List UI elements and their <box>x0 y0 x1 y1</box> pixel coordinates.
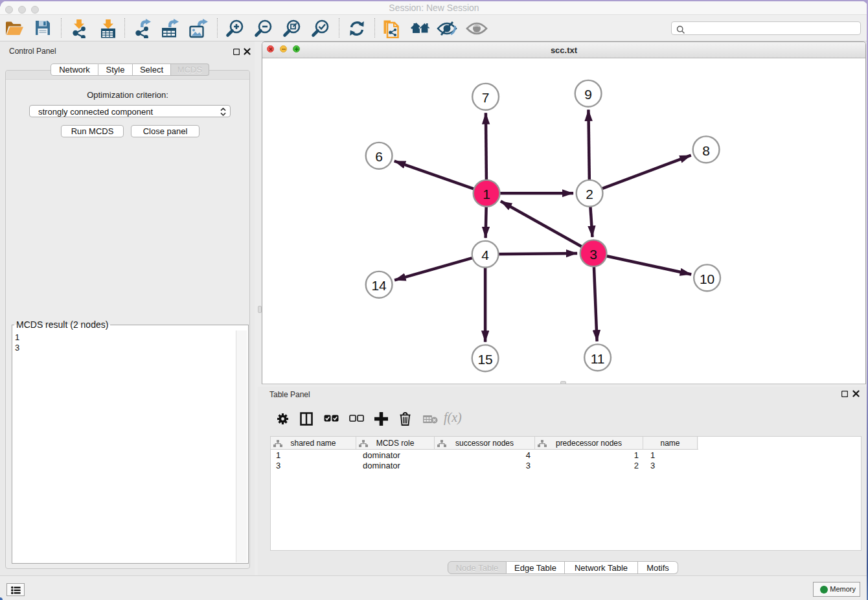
svg-text:3: 3 <box>589 247 597 262</box>
svg-text:6: 6 <box>375 149 383 164</box>
svg-text:7: 7 <box>482 90 490 105</box>
svg-text:11: 11 <box>591 351 605 366</box>
svg-text:14: 14 <box>371 278 387 293</box>
svg-text:8: 8 <box>702 143 710 158</box>
svg-text:15: 15 <box>477 352 492 367</box>
svg-text:9: 9 <box>584 87 592 102</box>
svg-text:10: 10 <box>700 271 714 286</box>
svg-text:4: 4 <box>481 248 489 262</box>
svg-text:2: 2 <box>586 187 593 202</box>
svg-text:1: 1 <box>483 187 490 202</box>
